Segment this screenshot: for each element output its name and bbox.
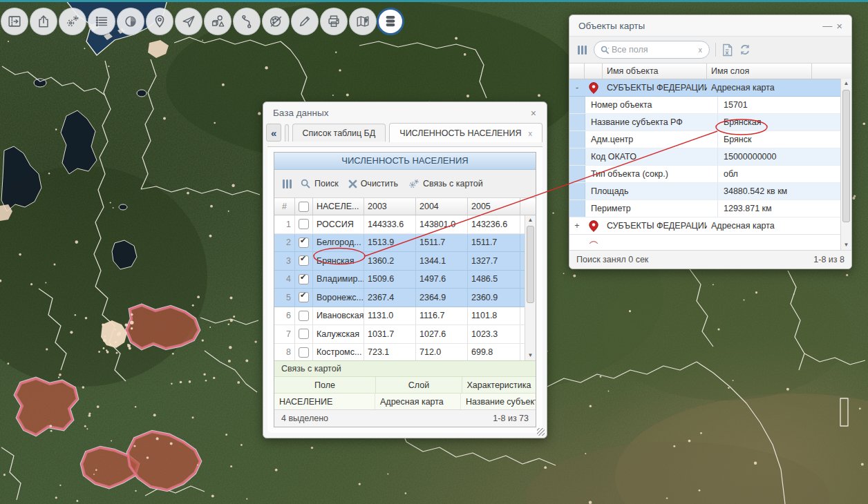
select-all-checkbox[interactable] — [299, 202, 309, 212]
scroll-down-icon[interactable]: ▼ — [525, 351, 536, 360]
row-checkbox[interactable] — [299, 274, 309, 284]
export-button[interactable] — [30, 8, 57, 35]
row-checkbox[interactable] — [299, 238, 309, 248]
search-icon — [300, 178, 311, 189]
collapse-tabs-button[interactable]: « — [266, 124, 281, 142]
refresh-button[interactable] — [739, 43, 751, 56]
map-frame-button[interactable] — [1, 8, 28, 35]
scrollbar-thumb[interactable] — [527, 226, 534, 303]
export-excel-button[interactable] — [721, 43, 733, 57]
tab-stub[interactable] — [285, 124, 288, 142]
scroll-down-icon[interactable]: ▼ — [841, 240, 851, 250]
table-row[interactable]: 5 Воронежс... 2367.4 2364.9 2360.9 — [274, 289, 536, 307]
grid-statusbar: 4 выделено 1-8 из 73 — [274, 409, 536, 427]
detail-row[interactable]: Номер объекта15701 — [569, 97, 851, 114]
row-checkbox[interactable] — [299, 311, 309, 321]
collapse-row-toggle[interactable]: - — [569, 79, 585, 96]
objects-table-header: Имя объекта Имя слоя — [569, 64, 851, 79]
row-checkbox[interactable] — [299, 347, 309, 358]
map-link-button[interactable]: Связь с картой — [405, 176, 486, 192]
detail-row[interactable]: Периметр1293.871 км — [569, 200, 851, 217]
settings-button[interactable] — [59, 8, 86, 35]
col-2005[interactable]: 2005 — [468, 198, 520, 215]
search-button[interactable]: Поиск — [297, 176, 341, 191]
vertical-scrollbar[interactable]: ▲ ▼ — [840, 79, 851, 250]
route-button[interactable] — [233, 8, 261, 35]
tab-table-list[interactable]: Список таблиц БД — [292, 124, 386, 142]
legend-list-button[interactable] — [88, 8, 115, 35]
resize-handle[interactable] — [537, 428, 545, 436]
shapes-button[interactable] — [204, 8, 232, 35]
link-row[interactable]: НАСЕЛЕНИЕ Адресная карта Название субъек… — [274, 394, 536, 409]
table-row[interactable]: 8 Костромс... 723.1 712.0 699.8 — [274, 344, 536, 361]
objects-panel-titlebar[interactable]: Объекты карты — × — [569, 15, 851, 36]
table-row-bryanskaya[interactable]: 3 Брянская 1360.2 1344.1 1327.7 — [274, 252, 536, 271]
search-box[interactable]: x — [594, 41, 710, 59]
clear-x-icon — [348, 180, 357, 188]
marker-pin-icon — [152, 14, 167, 29]
minimize-icon[interactable]: — — [820, 21, 834, 30]
col-object-name[interactable]: Имя объекта — [603, 64, 707, 79]
population-grid: ЧИСЛЕННОСТЬ НАСЕЛЕНИЯ Поиск Очистить Свя… — [274, 152, 536, 427]
table-row[interactable]: 1 РОССИЯ 144333.6 143801.0 143236.6 — [274, 215, 536, 234]
clear-search-icon[interactable]: x — [697, 46, 704, 54]
close-icon[interactable]: × — [529, 108, 538, 118]
detail-row[interactable]: Код ОКАТО15000000000 — [569, 148, 851, 166]
detail-row-subject-name[interactable]: Название субъекта РФБрянская — [569, 114, 851, 131]
thematic-map-button[interactable] — [117, 8, 144, 35]
detail-row[interactable]: Тип объекта (сокр.)обл — [569, 166, 851, 183]
row-range: 1-8 из 73 — [493, 414, 529, 423]
columns-icon[interactable] — [281, 178, 293, 190]
database-dialog-titlebar[interactable]: База данных × — [263, 102, 547, 121]
columns-icon[interactable] — [576, 44, 588, 56]
clear-button[interactable]: Очистить — [346, 177, 401, 191]
table-row[interactable]: 7 Калужская 1031.7 1027.6 1023.3 — [274, 325, 536, 344]
col-2004[interactable]: 2004 — [416, 198, 468, 215]
scroll-up-icon[interactable]: ▲ — [525, 215, 536, 225]
object-row-expanded[interactable]: - СУБЪЕКТЫ ФЕДЕРАЦИИ Адресная карта — [569, 79, 851, 97]
marker-button[interactable] — [146, 8, 173, 35]
link-col-attribute: Характеристика — [462, 377, 536, 394]
row-checkbox[interactable] — [299, 292, 309, 302]
col-layer-name[interactable]: Имя слоя — [707, 64, 812, 79]
map-location-button[interactable] — [349, 8, 377, 35]
map-link-table: Поле Слой Характеристика НАСЕЛЕНИЕ Адрес… — [274, 377, 536, 409]
route-icon — [239, 14, 254, 29]
geometry-shapes-icon — [210, 14, 225, 29]
object-row-partial[interactable] — [569, 235, 851, 244]
row-checkbox[interactable] — [299, 219, 309, 229]
col-name[interactable]: НАСЕЛЕ... — [313, 198, 364, 215]
search-input[interactable] — [610, 44, 697, 55]
object-row-collapsed[interactable]: + СУБЪЕКТЫ ФЕДЕРАЦИИ Адресная карта — [569, 217, 851, 235]
table-row[interactable]: 4 Владимир... 1509.6 1497.6 1486.5 — [274, 271, 536, 289]
database-icon — [383, 14, 398, 29]
print-button[interactable] — [320, 8, 348, 35]
export-icon — [36, 14, 51, 29]
scrollbar-thumb[interactable] — [842, 90, 850, 222]
gis-application: База данных × « Список таблиц БД ЧИСЛЕНН… — [0, 0, 868, 504]
vertical-scrollbar[interactable]: ▲ ▼ — [525, 215, 536, 360]
search-icon — [600, 45, 610, 55]
col-num[interactable]: # — [274, 198, 295, 215]
edit-button[interactable] — [291, 8, 319, 35]
close-tab-icon[interactable]: x — [529, 129, 533, 137]
close-icon[interactable]: × — [834, 21, 845, 31]
map-pin-icon — [589, 220, 598, 232]
table-row[interactable]: 2 Белгород... 1513.9 1511.7 1511.7 — [274, 234, 536, 253]
col-2003[interactable]: 2003 — [364, 198, 416, 215]
table-row[interactable]: 6 Ивановская 1131.0 1116.7 1101.8 — [274, 307, 536, 326]
expand-row-toggle[interactable]: + — [569, 217, 585, 234]
detail-row[interactable]: Площадь34880.542 кв км — [569, 183, 851, 200]
database-dialog: База данных × « Список таблиц БД ЧИСЛЕНН… — [263, 101, 547, 438]
style-palette-button[interactable] — [262, 8, 290, 35]
excel-file-icon — [721, 43, 733, 57]
gears-icon — [408, 178, 419, 190]
scroll-up-icon[interactable]: ▲ — [841, 79, 851, 88]
database-button[interactable] — [377, 8, 404, 35]
row-checkbox[interactable] — [299, 329, 309, 339]
navigate-button[interactable] — [175, 8, 202, 35]
tab-population[interactable]: ЧИСЛЕННОСТЬ НАСЕЛЕНИЯ x — [389, 123, 542, 142]
row-checkbox[interactable] — [299, 255, 309, 266]
list-icon — [94, 14, 109, 29]
detail-row[interactable]: Адм.центрБрянск — [569, 131, 851, 148]
